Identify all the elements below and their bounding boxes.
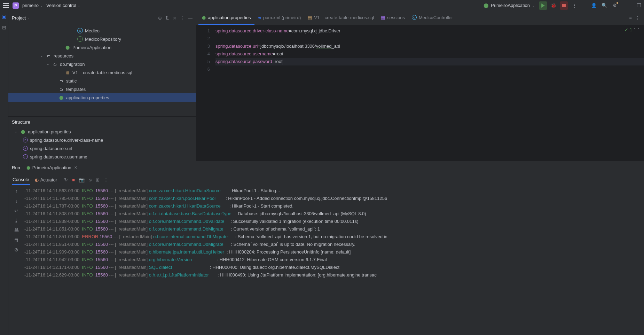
filter-icon[interactable]: ⊘	[14, 247, 18, 252]
debug-button[interactable]: 🐞	[549, 1, 558, 10]
run-configuration-selector[interactable]: ⬤ PrimeiroApplication⌄	[484, 3, 535, 8]
run-button[interactable]	[539, 1, 547, 10]
property-icon: P	[23, 154, 28, 159]
run-tool-label: Run	[12, 165, 20, 170]
editor-tab-bar: ⬤application.propertiesmpom.xml (primeir…	[196, 11, 644, 25]
project-selector[interactable]: primeiro⌄	[22, 3, 43, 8]
hide-panel-icon[interactable]: —	[188, 15, 193, 21]
tree-item[interactable]: ⌄🗀db.migration	[8, 60, 196, 68]
console-output[interactable]: -11-24T16:14:11.563-03:00 INFO 15560 ---…	[24, 186, 644, 335]
editor-tab[interactable]: mpom.xml (primeiro)	[254, 11, 305, 25]
console-tab[interactable]: Console	[12, 175, 30, 185]
select-opened-file-icon[interactable]: ⊕	[158, 15, 162, 21]
minimize-window-icon[interactable]: —	[625, 2, 630, 9]
stop-process-icon[interactable]: ■	[72, 177, 75, 182]
expand-collapse-icon[interactable]: ⇅	[165, 15, 169, 21]
spring-icon: ⬤	[484, 3, 489, 8]
console-more-icon[interactable]: ⋮	[104, 177, 108, 182]
structure-panel-title: Structure	[8, 117, 196, 127]
tree-item[interactable]: IMedicoRepository	[8, 35, 196, 43]
exit-icon[interactable]: ⎋	[89, 177, 92, 182]
properties-file-icon: ⬤	[20, 129, 26, 134]
titlebar: P primeiro⌄ Version control⌄ ⬤ PrimeiroA…	[0, 0, 644, 11]
scroll-to-end-icon[interactable]: ⭳	[14, 218, 19, 223]
tree-item[interactable]: 🗀templates	[8, 85, 196, 93]
spring-icon: ⬤	[26, 166, 30, 170]
project-badge[interactable]: P	[13, 2, 19, 9]
version-control-menu[interactable]: Version control⌄	[46, 3, 80, 8]
print-icon[interactable]: 🖶	[14, 227, 19, 233]
tree-item[interactable]: ⬤application.properties	[8, 93, 196, 102]
tab-list-icon[interactable]: ≡	[629, 15, 632, 21]
stop-button[interactable]	[560, 1, 568, 10]
tree-item[interactable]: ⌄🗀resources	[8, 52, 196, 60]
code-editor[interactable]: ✓ 1 ˄ ˅ 123456 spring.datasource.driver-…	[196, 25, 644, 161]
actuator-icon: ◐	[35, 177, 39, 182]
editor-tab[interactable]: ▦sessions	[377, 11, 408, 25]
svg-rect-0	[562, 4, 566, 7]
close-run-tab-icon[interactable]: ✕	[74, 165, 77, 170]
rerun-icon[interactable]: ↻	[64, 177, 68, 182]
scroll-down-icon[interactable]: ↓	[15, 198, 18, 204]
editor-tab[interactable]: ▤V1__create-table-medicos.sql	[304, 11, 377, 25]
structure-item[interactable]: Pspring.datasource.url	[8, 144, 196, 153]
project-tool-icon[interactable]: ▣	[1, 13, 7, 20]
soft-wrap-icon[interactable]: ↩	[14, 208, 18, 213]
property-icon: P	[23, 146, 28, 151]
run-tool-window: Run ⬤ PrimeiroApplication ✕ Console ◐Act…	[8, 161, 644, 335]
run-tab-primeiro[interactable]: ⬤ PrimeiroApplication ✕	[24, 164, 80, 172]
scroll-up-icon[interactable]: ↑	[15, 188, 18, 194]
left-tool-rail: ▣ ⊟	[0, 11, 8, 335]
project-panel: Project⌄ ⊕ ⇅ ⤫ ⋮ — CMedicoIMedicoReposit…	[8, 11, 196, 161]
structure-item[interactable]: Pspring.datasource.username	[8, 153, 196, 161]
code-with-me-icon[interactable]: 👤	[590, 1, 598, 10]
layout-icon[interactable]: ⊞	[96, 177, 100, 182]
chevron-down-icon[interactable]: ˅	[637, 27, 640, 32]
restore-window-icon[interactable]: ❐	[637, 2, 641, 9]
settings-icon[interactable]: ⚙	[611, 1, 619, 10]
panel-options-icon[interactable]: ⋮	[180, 15, 184, 21]
actuator-tab[interactable]: ◐Actuator	[35, 177, 57, 182]
main-menu-icon[interactable]	[3, 3, 9, 8]
more-actions-icon[interactable]: ⋮	[570, 1, 579, 10]
editor-tab[interactable]: ⬤application.properties	[198, 11, 254, 25]
structure-root[interactable]: ⌄ ⬤ application.properties	[8, 127, 196, 136]
property-icon: P	[23, 138, 28, 142]
tree-item[interactable]: 🗀static	[8, 77, 196, 85]
trash-icon[interactable]: 🗑	[14, 237, 19, 243]
structure-item[interactable]: Pspring.datasource.driver-class-name	[8, 136, 196, 144]
problems-indicator[interactable]: ✓ 1 ˄ ˅	[625, 27, 640, 32]
check-icon: ✓	[625, 27, 628, 32]
editor-area: ⬤application.propertiesmpom.xml (primeir…	[196, 11, 644, 161]
tree-item[interactable]: ⬤PrimeiroApplication	[8, 43, 196, 52]
tab-actions-icon[interactable]: ⋮	[635, 15, 640, 21]
console-rail: ↑ ↓ ↩ ⭳ 🖶 🗑 ⊘	[8, 186, 24, 335]
camera-icon[interactable]: 📷	[79, 177, 85, 182]
project-panel-title[interactable]: Project⌄	[12, 15, 30, 21]
tree-item[interactable]: CMedico	[8, 26, 196, 35]
project-tree[interactable]: CMedicoIMedicoRepository⬤PrimeiroApplica…	[8, 25, 196, 116]
structure-tool-icon[interactable]: ⊟	[1, 24, 7, 31]
collapse-all-icon[interactable]: ⤫	[173, 15, 176, 21]
search-everywhere-icon[interactable]: 🔍	[600, 1, 608, 10]
chevron-up-icon[interactable]: ˄	[634, 27, 636, 32]
editor-tab[interactable]: CMedicoController	[408, 11, 456, 25]
tree-item[interactable]: ▤V1__create-table-medicos.sql	[8, 68, 196, 77]
